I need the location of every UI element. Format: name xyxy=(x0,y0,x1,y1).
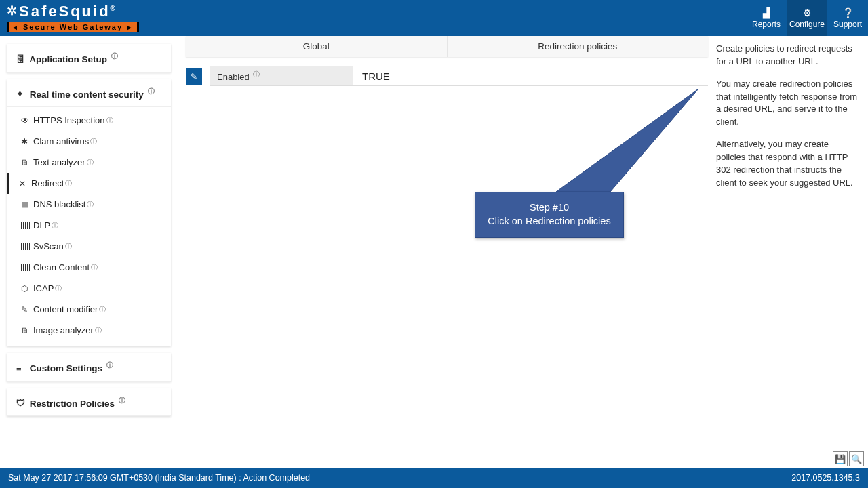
sidebar-item-contentmod[interactable]: ✎ Content modifier ⓘ xyxy=(7,299,171,320)
info-icon: ⓘ xyxy=(90,137,97,146)
info-icon: ⓘ xyxy=(65,242,72,251)
sidebar-custom-label: Custom Settings xyxy=(30,363,102,373)
tabs: Global Redirection policies xyxy=(186,36,708,57)
help-p1: Create policies to redirect requests for… xyxy=(716,43,860,68)
sidebar-item-image[interactable]: 🗎 Image analyzer ⓘ xyxy=(7,320,171,341)
shuffle-icon: ✕ xyxy=(19,179,31,188)
sidebar-item-text[interactable]: 🗎 Text analyzer ⓘ xyxy=(7,152,171,173)
setting-label-text: Enabled xyxy=(217,72,250,82)
sidebar-item-label: Text analyzer xyxy=(33,157,85,167)
sidebar-app-setup[interactable]: 🗄 Application Setup ⓘ xyxy=(7,44,171,73)
info-icon: ⓘ xyxy=(253,70,260,78)
edit-button[interactable]: ✎ xyxy=(186,68,202,85)
sidebar-custom[interactable]: ≡ Custom Settings ⓘ xyxy=(7,353,171,382)
brand-name: SafeSquid xyxy=(19,3,111,20)
bottom-toolbar: 💾 🔍 xyxy=(833,451,864,466)
setting-label: Enabled ⓘ xyxy=(210,66,353,86)
info-icon: ⓘ xyxy=(52,221,58,230)
info-icon: ⓘ xyxy=(111,52,118,60)
info-icon: ⓘ xyxy=(99,305,106,314)
content-area: 🗄 Application Setup ⓘ ✦ Real time conten… xyxy=(0,36,868,468)
nav-configure[interactable]: ⚙ Configure xyxy=(787,0,827,36)
nav-configure-label: Configure xyxy=(789,20,825,29)
header-nav: ▟ Reports ⚙ Configure ❔ Support xyxy=(746,0,868,36)
info-icon: ⓘ xyxy=(55,284,62,293)
sidebar-item-clean[interactable]: Clean Content ⓘ xyxy=(7,257,171,278)
briefcase-icon: 🗄 xyxy=(16,54,27,64)
tab-redirection-policies[interactable]: Redirection policies xyxy=(448,36,709,57)
save-button[interactable]: 💾 xyxy=(833,451,848,466)
info-icon: ⓘ xyxy=(91,263,98,272)
app-header: ✲SafeSquid® ◄ Secure Web Gateway ► ▟ Rep… xyxy=(0,0,868,36)
sidebar-item-label: Content modifier xyxy=(33,304,98,314)
sidebar-item-label: Clam antivirus xyxy=(33,136,89,146)
info-icon: ⓘ xyxy=(106,361,113,369)
main: Global Redirection policies ✎ Enabled ⓘ … xyxy=(176,36,868,468)
hexagon-icon: ⬡ xyxy=(21,284,33,293)
sidebar-item-label: Redirect xyxy=(31,178,64,188)
sidebar-app-setup-label: Application Setup xyxy=(29,54,107,64)
gear-icon: ✲ xyxy=(7,4,19,18)
info-icon: ⓘ xyxy=(87,200,94,209)
sidebar-item-label: ICAP xyxy=(33,283,54,293)
sidebar-item-https[interactable]: 👁 HTTPS Inspection ⓘ xyxy=(7,110,171,131)
sidebar-item-label: Image analyzer xyxy=(33,325,94,336)
nav-reports-label: Reports xyxy=(752,20,781,29)
help-p2: You may create redirection policies that… xyxy=(716,78,860,129)
panel-rtcs-body: 👁 HTTPS Inspection ⓘ ✱ Clam antivirus ⓘ … xyxy=(7,107,171,346)
wand-icon: ✦ xyxy=(16,89,27,99)
info-icon: ⓘ xyxy=(148,87,155,95)
sidebar-rtcs[interactable]: ✦ Real time content security ⓘ xyxy=(7,79,171,108)
puzzle-icon: ✱ xyxy=(21,137,33,146)
sliders-icon: ≡ xyxy=(16,363,27,373)
search-button[interactable]: 🔍 xyxy=(849,451,864,466)
arrow-left-icon: ◄ xyxy=(12,24,20,31)
info-icon: ⓘ xyxy=(95,326,102,336)
footer-version: 2017.0525.1345.3 xyxy=(791,473,860,483)
info-icon: ⓘ xyxy=(106,116,113,125)
sidebar-item-icap[interactable]: ⬡ ICAP ⓘ xyxy=(7,278,171,299)
help-icon: ❔ xyxy=(842,7,854,18)
svg-marker-0 xyxy=(556,89,698,192)
tab-global[interactable]: Global xyxy=(186,36,448,57)
help-p3: Alternatively, you may create policies t… xyxy=(716,138,860,189)
info-icon: ⓘ xyxy=(87,158,94,167)
sidebar-item-label: HTTPS Inspection xyxy=(33,115,105,125)
info-icon: ⓘ xyxy=(65,179,72,188)
footer: Sat May 27 2017 17:56:09 GMT+0530 (India… xyxy=(0,468,868,488)
layers-icon: ▤ xyxy=(21,201,33,208)
sidebar-item-dns[interactable]: ▤ DNS blacklist ⓘ xyxy=(7,194,171,215)
footer-status: Sat May 27 2017 17:56:09 GMT+0530 (India… xyxy=(8,473,310,483)
barcode-icon xyxy=(21,242,33,251)
nav-support[interactable]: ❔ Support xyxy=(827,0,868,36)
sidebar-item-clam[interactable]: ✱ Clam antivirus ⓘ xyxy=(7,131,171,152)
callout-line2: Click on Redirection policies xyxy=(482,216,616,226)
brand-reg: ® xyxy=(111,5,115,12)
sidebar-item-label: DLP xyxy=(33,220,50,230)
eye-icon: 👁 xyxy=(21,116,33,125)
chart-icon: ▟ xyxy=(763,7,770,18)
sidebar-item-svscan[interactable]: SvScan ⓘ xyxy=(7,236,171,257)
file-icon: 🗎 xyxy=(21,158,33,167)
cogs-icon: ⚙ xyxy=(803,7,812,18)
brand-tagline: Secure Web Gateway xyxy=(23,23,123,31)
help-panel: Create policies to redirect requests for… xyxy=(713,36,868,468)
panel-app-setup: 🗄 Application Setup ⓘ xyxy=(7,44,171,73)
sidebar-item-dlp[interactable]: DLP ⓘ xyxy=(7,215,171,236)
sidebar-item-label: Clean Content xyxy=(33,262,90,272)
barcode-icon xyxy=(21,263,33,272)
nav-reports[interactable]: ▟ Reports xyxy=(746,0,787,36)
sidebar: 🗄 Application Setup ⓘ ✦ Real time conten… xyxy=(0,36,176,468)
sidebar-item-redirect[interactable]: ✕ Redirect ⓘ xyxy=(7,173,171,194)
shield-icon: 🛡 xyxy=(16,398,27,408)
sidebar-restriction-label: Restriction Policies xyxy=(30,398,115,408)
panel-restriction: 🛡 Restriction Policies ⓘ xyxy=(7,388,171,417)
panel-rtcs: ✦ Real time content security ⓘ 👁 HTTPS I… xyxy=(7,79,171,347)
sidebar-restriction[interactable]: 🛡 Restriction Policies ⓘ xyxy=(7,388,171,417)
search-icon: 🔍 xyxy=(851,454,862,464)
step-callout: Step #10 Click on Redirection policies xyxy=(475,192,624,238)
callout-line1: Step #10 xyxy=(482,202,616,213)
edit-icon: ✎ xyxy=(21,305,33,314)
arrow-right-icon: ► xyxy=(126,24,134,31)
panel-custom: ≡ Custom Settings ⓘ xyxy=(7,353,171,382)
